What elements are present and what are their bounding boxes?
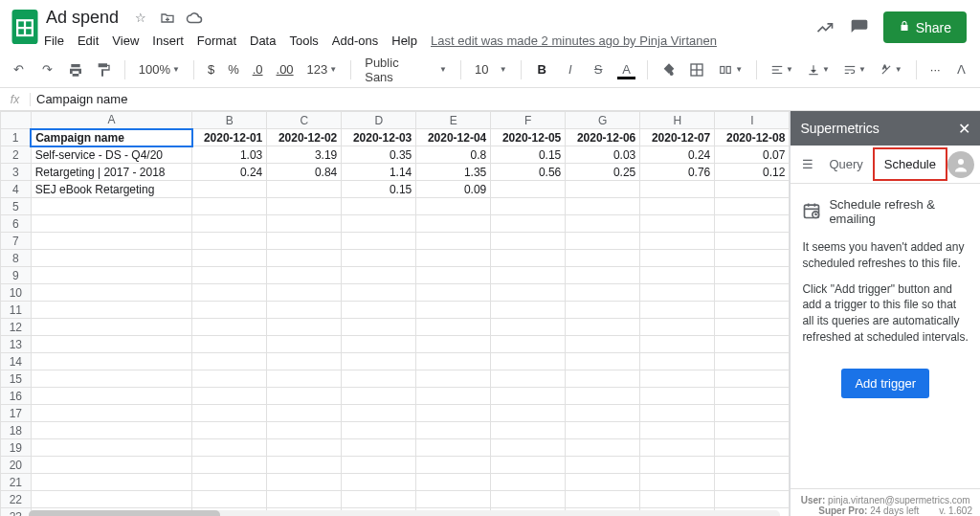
col-header[interactable]: I: [715, 112, 790, 129]
cell[interactable]: [491, 250, 566, 267]
cell[interactable]: [566, 181, 640, 198]
sidebar-menu-icon[interactable]: ☰: [796, 157, 819, 171]
cell[interactable]: [491, 388, 566, 405]
halign-btn[interactable]: ▼: [767, 63, 797, 77]
increase-decimal-btn[interactable]: .00: [273, 62, 298, 77]
menu-data[interactable]: Data: [250, 34, 276, 48]
cell[interactable]: [715, 233, 790, 250]
wrap-btn[interactable]: ▼: [839, 63, 870, 77]
cell[interactable]: [640, 181, 715, 198]
close-icon[interactable]: ✕: [958, 120, 970, 138]
cell[interactable]: [31, 215, 192, 233]
borders-btn[interactable]: [686, 58, 708, 81]
cell[interactable]: [715, 215, 790, 233]
cell[interactable]: [640, 215, 715, 233]
cell[interactable]: 3.19: [267, 146, 342, 164]
cell[interactable]: [267, 267, 342, 284]
row-header[interactable]: 9: [1, 267, 32, 284]
menu-edit[interactable]: Edit: [78, 34, 99, 48]
cell[interactable]: [715, 405, 790, 422]
cell[interactable]: 1.03: [192, 146, 267, 164]
star-icon[interactable]: ☆: [132, 10, 149, 27]
avatar[interactable]: [947, 151, 974, 178]
cell[interactable]: [640, 370, 715, 388]
cell[interactable]: [31, 370, 192, 388]
cell[interactable]: [192, 198, 267, 215]
hide-toolbar-icon[interactable]: ᐱ: [950, 58, 972, 81]
cell[interactable]: [566, 491, 640, 508]
cell[interactable]: [192, 215, 267, 233]
cell[interactable]: [416, 336, 491, 353]
cell[interactable]: [342, 388, 416, 405]
doc-title[interactable]: Ad spend: [42, 6, 122, 30]
cell[interactable]: [31, 336, 192, 353]
cell[interactable]: [491, 353, 566, 370]
cell[interactable]: [416, 319, 491, 336]
col-header[interactable]: B: [192, 112, 267, 129]
cell[interactable]: [566, 302, 640, 319]
cell[interactable]: 0.8: [416, 146, 491, 164]
cell[interactable]: [416, 284, 491, 302]
cell[interactable]: [640, 319, 715, 336]
cell[interactable]: [192, 474, 267, 491]
cell[interactable]: [31, 267, 192, 284]
cell[interactable]: 0.15: [342, 181, 416, 198]
cell[interactable]: [267, 215, 342, 233]
cell[interactable]: [566, 319, 640, 336]
cell[interactable]: [267, 491, 342, 508]
cell[interactable]: [566, 370, 640, 388]
cell[interactable]: 2020-12-01: [192, 129, 267, 146]
cell[interactable]: [715, 198, 790, 215]
cell[interactable]: [491, 370, 566, 388]
cell[interactable]: [491, 422, 566, 439]
cell[interactable]: [416, 370, 491, 388]
cell[interactable]: [566, 405, 640, 422]
cell[interactable]: [491, 491, 566, 508]
cell[interactable]: 2020-12-03: [342, 129, 416, 146]
row-header[interactable]: 21: [1, 474, 32, 491]
cell[interactable]: [491, 319, 566, 336]
cell[interactable]: SEJ eBook Retargeting: [31, 181, 192, 198]
cell[interactable]: [31, 439, 192, 457]
row-header[interactable]: 18: [1, 422, 32, 439]
cell[interactable]: [192, 250, 267, 267]
cell[interactable]: [640, 474, 715, 491]
menu-tools[interactable]: Tools: [289, 34, 318, 48]
merge-btn[interactable]: ▼: [714, 63, 746, 77]
cell[interactable]: [31, 319, 192, 336]
row-header[interactable]: 15: [1, 370, 32, 388]
cell[interactable]: [416, 422, 491, 439]
valign-btn[interactable]: ▼: [803, 63, 834, 77]
cell[interactable]: [566, 267, 640, 284]
cell[interactable]: [31, 302, 192, 319]
cell[interactable]: [640, 250, 715, 267]
add-trigger-button[interactable]: Add trigger: [841, 369, 929, 398]
cell[interactable]: [416, 474, 491, 491]
cell[interactable]: [342, 302, 416, 319]
cell[interactable]: [267, 284, 342, 302]
cell[interactable]: [342, 491, 416, 508]
cell[interactable]: [192, 353, 267, 370]
cell[interactable]: [416, 215, 491, 233]
cell[interactable]: [267, 181, 342, 198]
cell[interactable]: [640, 336, 715, 353]
cell[interactable]: [640, 267, 715, 284]
cell[interactable]: [267, 353, 342, 370]
cell[interactable]: 2020-12-08: [715, 129, 790, 146]
cell[interactable]: [342, 319, 416, 336]
cell[interactable]: [491, 181, 566, 198]
cell[interactable]: [715, 422, 790, 439]
cell[interactable]: [491, 474, 566, 491]
cell[interactable]: 0.24: [192, 164, 267, 181]
cell[interactable]: Campaign name: [31, 129, 192, 146]
cell[interactable]: [640, 405, 715, 422]
cell[interactable]: [491, 267, 566, 284]
font-select[interactable]: Public Sans ▼: [361, 56, 451, 84]
cell[interactable]: 0.07: [715, 146, 790, 164]
zoom-select[interactable]: 100%▼: [135, 62, 184, 77]
cell[interactable]: [715, 250, 790, 267]
col-header[interactable]: A: [31, 112, 192, 129]
cell[interactable]: [416, 198, 491, 215]
decrease-decimal-btn[interactable]: .0: [249, 62, 267, 77]
cell[interactable]: [715, 353, 790, 370]
